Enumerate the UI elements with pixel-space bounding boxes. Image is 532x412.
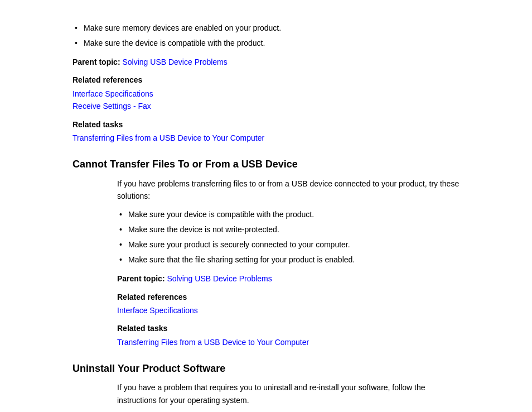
top-related-tasks-label: Related tasks — [72, 118, 460, 131]
section1-related-references-block: Related references Interface Specificati… — [117, 291, 460, 317]
top-section: Make sure memory devices are enabled on … — [72, 22, 460, 144]
top-parent-topic-line: Parent topic: Solving USB Device Problem… — [72, 56, 460, 68]
section2-intro: If you have a problem that requires you … — [117, 381, 460, 406]
bullet-item-1: Make sure memory devices are enabled on … — [72, 22, 460, 34]
section1-related-ref-link-1[interactable]: Interface Specifications — [117, 304, 460, 317]
top-related-references-block: Related references Interface Specificati… — [72, 74, 460, 112]
section1-bullet-3: Make sure your product is securely conne… — [117, 239, 460, 251]
section1-bullet-2: Make sure the device is not write-protec… — [117, 224, 460, 236]
bullet-item-2: Make sure the device is compatible with … — [72, 37, 460, 49]
section1-related-task-link-1[interactable]: Transferring Files from a USB Device to … — [117, 336, 460, 348]
section1-intro: If you have problems transferring files … — [117, 178, 460, 203]
section1: Cannot Transfer Files To or From a USB D… — [72, 157, 460, 348]
section1-bullet-list: Make sure your device is compatible with… — [117, 209, 460, 266]
top-parent-topic-link[interactable]: Solving USB Device Problems — [122, 58, 227, 66]
top-related-ref-link-2[interactable]: Receive Settings - Fax — [72, 100, 460, 112]
top-related-references-label: Related references — [72, 74, 460, 86]
section1-parent-topic-label: Parent topic: — [117, 274, 165, 283]
section1-bullet-4: Make sure that the file sharing setting … — [117, 254, 460, 266]
section1-bullet-1: Make sure your device is compatible with… — [117, 209, 460, 221]
section1-parent-topic-link[interactable]: Solving USB Device Problems — [167, 274, 272, 283]
section1-related-tasks-label: Related tasks — [117, 322, 460, 334]
section2-title: Uninstall Your Product Software — [72, 362, 460, 376]
section1-title: Cannot Transfer Files To or From a USB D… — [72, 157, 460, 171]
top-parent-topic-label: Parent topic: — [72, 58, 120, 66]
top-related-tasks-block: Related tasks Transferring Files from a … — [72, 118, 460, 145]
top-bullet-list: Make sure memory devices are enabled on … — [72, 22, 460, 49]
section1-related-references-label: Related references — [117, 291, 460, 303]
top-related-task-link-1[interactable]: Transferring Files from a USB Device to … — [72, 132, 460, 144]
section1-related-tasks-block: Related tasks Transferring Files from a … — [117, 322, 460, 348]
section1-parent-topic-line: Parent topic: Solving USB Device Problem… — [117, 272, 460, 285]
section2: Uninstall Your Product Software If you h… — [72, 362, 460, 412]
top-related-ref-link-1[interactable]: Interface Specifications — [72, 88, 460, 100]
